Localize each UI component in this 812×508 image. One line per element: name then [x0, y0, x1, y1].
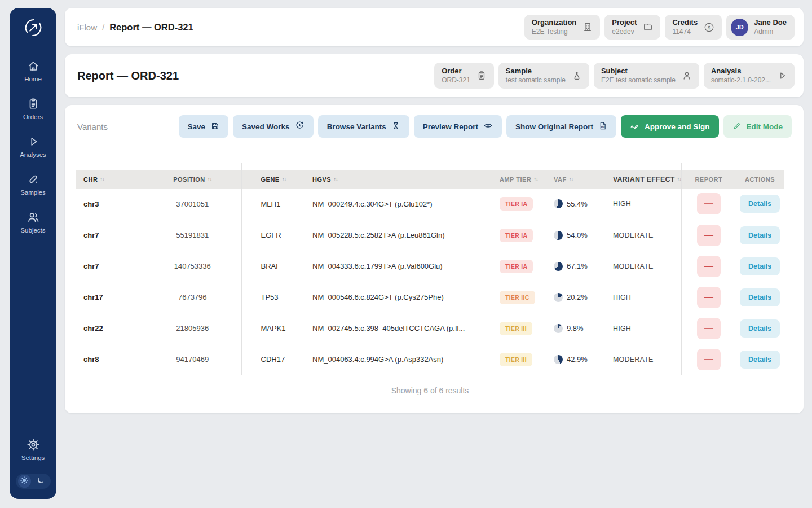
sidebar-item-subjects[interactable]: Subjects	[10, 211, 56, 234]
sidebar-item-samples[interactable]: Samples	[10, 173, 56, 196]
people-icon	[27, 211, 39, 224]
details-button[interactable]: Details	[740, 195, 780, 213]
report-toggle-button[interactable]: —	[697, 193, 721, 214]
sort-icon[interactable]: ↑↓	[533, 176, 538, 182]
breadcrumb-root-link[interactable]: iFlow	[77, 23, 97, 32]
column-header-amp-tier[interactable]: AMP TIER↑↓	[496, 170, 547, 189]
browse-variants-button[interactable]: Browse Variants	[318, 115, 409, 138]
gene-cell: BRAF	[241, 251, 304, 282]
chr-cell: chr8	[76, 344, 144, 375]
variant-effect-cell: MODERATE	[601, 251, 681, 282]
gene-cell: MLH1	[241, 189, 304, 220]
vaf-cell: 9.8%	[547, 313, 601, 344]
sidebar-item-orders[interactable]: Orders	[10, 98, 56, 120]
clipboard-icon	[476, 71, 487, 81]
subject-chip[interactable]: Subject E2E test somatic sample	[594, 63, 699, 89]
show-original-report-button[interactable]: Show Original Report PDF	[506, 115, 616, 138]
report-toggle-button[interactable]: —	[697, 318, 721, 339]
tier-badge: TIER IA	[500, 260, 533, 273]
chip-value: 11474	[672, 28, 698, 36]
tier-badge: TIER IA	[500, 197, 533, 211]
actions-cell: Details	[736, 189, 784, 220]
order-chip[interactable]: Order ORD-321	[434, 63, 494, 89]
column-header-chr[interactable]: CHR↑↓	[76, 170, 144, 189]
tier-badge: TIER III	[500, 353, 532, 366]
column-header-hgvs[interactable]: HGVS↑↓	[304, 170, 496, 189]
chip-label: Credits	[672, 18, 698, 27]
chr-cell: chr22	[76, 313, 144, 344]
report-toggle-button[interactable]: —	[697, 349, 721, 370]
details-button[interactable]: Details	[740, 288, 780, 306]
table-row: chr7 55191831 EGFR NM_005228.5:c.2582T>A…	[76, 220, 784, 251]
project-chip[interactable]: Project e2edev	[604, 15, 660, 40]
pencil-icon	[732, 121, 742, 132]
chip-label: Order	[442, 67, 470, 76]
chip-label: Analysis	[711, 67, 771, 76]
column-header-vaf[interactable]: VAF↑↓	[547, 170, 601, 189]
hourglass-icon	[391, 121, 400, 132]
edit-mode-button[interactable]: Edit Mode	[723, 115, 792, 138]
theme-toggle[interactable]	[16, 474, 51, 489]
position-cell: 55191831	[144, 220, 241, 251]
table-row: chr7 140753336 BRAF NM_004333.6:c.1799T>…	[76, 251, 784, 282]
sample-chip[interactable]: Sample test somatic sample	[498, 63, 589, 89]
report-toggle-button[interactable]: —	[697, 225, 721, 246]
vaf-cell: 55.4%	[547, 189, 601, 220]
preview-report-button[interactable]: Preview Report	[414, 115, 502, 138]
report-toggle-button[interactable]: —	[697, 287, 721, 308]
sidebar-item-analyses[interactable]: Analyses	[10, 135, 56, 158]
sort-icon[interactable]: ↑↓	[569, 176, 573, 182]
actions-cell: Details	[736, 220, 784, 251]
user-role: Admin	[754, 28, 787, 36]
sidebar: Home Orders Analyses	[10, 8, 56, 499]
details-button[interactable]: Details	[740, 226, 780, 244]
column-header-position[interactable]: POSITION↑↓	[144, 170, 241, 189]
dark-mode-button[interactable]	[34, 475, 47, 488]
vaf-pie-icon	[554, 199, 563, 208]
vaf-pie-icon	[554, 262, 563, 271]
gene-cell: MAPK1	[241, 313, 304, 344]
analysis-chip[interactable]: Analysis somatic-2.1.0-202...	[704, 63, 795, 89]
breadcrumb: iFlow / Report — ORD-321	[77, 22, 193, 33]
column-header-variant-effect[interactable]: VARIANT EFFECT↑↓	[601, 170, 681, 189]
credits-chip[interactable]: Credits 11474 $	[665, 15, 722, 40]
hgvs-cell: NM_004333.6:c.1799T>A (p.Val600Glu)	[304, 251, 496, 282]
sort-icon[interactable]: ↑↓	[208, 176, 212, 182]
clipboard-icon	[27, 98, 39, 110]
sidebar-item-settings[interactable]: Settings	[10, 439, 56, 461]
save-button[interactable]: Save	[179, 115, 229, 138]
report-cell: —	[681, 282, 736, 313]
chr-cell: chr7	[76, 220, 144, 251]
vaf-cell: 54.0%	[547, 220, 601, 251]
details-button[interactable]: Details	[740, 319, 780, 338]
column-group-row	[76, 163, 784, 170]
details-button[interactable]: Details	[740, 351, 780, 369]
person-icon	[682, 71, 692, 81]
vaf-pie-icon	[554, 293, 563, 302]
sun-icon	[20, 476, 28, 487]
light-mode-button[interactable]	[18, 475, 31, 488]
sort-icon[interactable]: ↑↓	[333, 176, 338, 182]
user-menu[interactable]: JD Jane Doe Admin	[726, 15, 795, 40]
table-header-row: CHR↑↓ POSITION↑↓ GENE↑↓ HGVS↑↓ AMP TIER↑…	[76, 170, 784, 189]
report-toggle-button[interactable]: —	[697, 256, 721, 277]
approve-and-sign-button[interactable]: Approve and Sign	[621, 115, 719, 138]
actions-cell: Details	[736, 313, 784, 344]
sort-icon[interactable]: ↑↓	[677, 176, 682, 182]
vaf-cell: 20.2%	[547, 282, 601, 313]
sidebar-item-home[interactable]: Home	[10, 60, 56, 82]
organization-chip[interactable]: Organization E2E Testing	[524, 15, 600, 40]
position-cell: 140753336	[144, 251, 241, 282]
sort-icon[interactable]: ↑↓	[282, 176, 286, 182]
sort-icon[interactable]: ↑↓	[100, 176, 104, 182]
column-header-gene[interactable]: GENE↑↓	[241, 170, 304, 189]
saved-works-button[interactable]: Saved Works	[233, 115, 314, 138]
svg-text:PDF: PDF	[601, 126, 606, 128]
main-content: iFlow / Report — ORD-321 Organization E2…	[65, 8, 804, 508]
details-button[interactable]: Details	[740, 257, 780, 275]
variant-effect-cell: HIGH	[601, 313, 681, 344]
variant-effect-cell: MODERATE	[601, 344, 681, 375]
sidebar-item-label: Samples	[20, 189, 46, 196]
gene-cell: EGFR	[241, 220, 304, 251]
avatar: JD	[731, 19, 748, 36]
